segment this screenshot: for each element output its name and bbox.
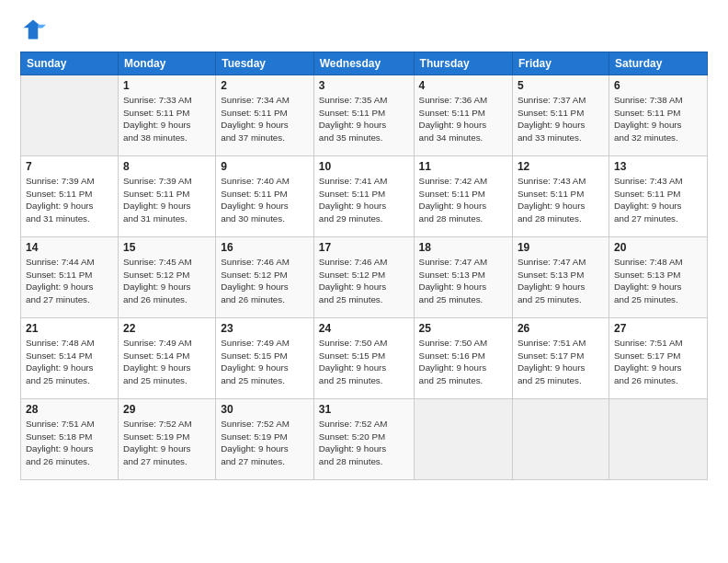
day-number: 19 (518, 241, 604, 254)
day-info: Sunrise: 7:40 AM Sunset: 5:11 PM Dayligh… (221, 175, 309, 225)
day-number: 23 (221, 322, 309, 335)
day-info: Sunrise: 7:42 AM Sunset: 5:11 PM Dayligh… (419, 175, 507, 225)
day-info: Sunrise: 7:39 AM Sunset: 5:11 PM Dayligh… (26, 175, 113, 225)
day-number: 3 (319, 79, 409, 92)
day-info: Sunrise: 7:52 AM Sunset: 5:19 PM Dayligh… (221, 418, 309, 468)
day-info: Sunrise: 7:51 AM Sunset: 5:17 PM Dayligh… (614, 337, 702, 387)
day-number: 29 (123, 403, 210, 416)
calendar-cell: 31Sunrise: 7:52 AM Sunset: 5:20 PM Dayli… (313, 399, 414, 480)
day-info: Sunrise: 7:46 AM Sunset: 5:12 PM Dayligh… (221, 256, 309, 306)
calendar-week-1: 1Sunrise: 7:33 AM Sunset: 5:11 PM Daylig… (21, 75, 708, 156)
day-info: Sunrise: 7:47 AM Sunset: 5:13 PM Dayligh… (419, 256, 507, 306)
day-number: 12 (518, 160, 604, 173)
day-number: 25 (419, 322, 507, 335)
calendar-cell: 16Sunrise: 7:46 AM Sunset: 5:12 PM Dayli… (216, 237, 314, 318)
calendar-cell: 3Sunrise: 7:35 AM Sunset: 5:11 PM Daylig… (313, 75, 414, 156)
calendar-cell (21, 75, 119, 156)
calendar-table: SundayMondayTuesdayWednesdayThursdayFrid… (20, 52, 708, 480)
calendar-cell: 17Sunrise: 7:46 AM Sunset: 5:12 PM Dayli… (313, 237, 414, 318)
day-number: 2 (221, 79, 309, 92)
day-number: 22 (123, 322, 210, 335)
calendar-cell: 24Sunrise: 7:50 AM Sunset: 5:15 PM Dayli… (313, 318, 414, 399)
day-info: Sunrise: 7:46 AM Sunset: 5:12 PM Dayligh… (319, 256, 409, 306)
calendar-cell: 12Sunrise: 7:43 AM Sunset: 5:11 PM Dayli… (512, 156, 609, 237)
calendar-cell: 30Sunrise: 7:52 AM Sunset: 5:19 PM Dayli… (216, 399, 314, 480)
day-number: 21 (26, 322, 113, 335)
logo (20, 17, 50, 42)
day-info: Sunrise: 7:48 AM Sunset: 5:14 PM Dayligh… (26, 337, 113, 387)
day-info: Sunrise: 7:39 AM Sunset: 5:11 PM Dayligh… (123, 175, 210, 225)
calendar-cell: 21Sunrise: 7:48 AM Sunset: 5:14 PM Dayli… (21, 318, 119, 399)
day-info: Sunrise: 7:51 AM Sunset: 5:17 PM Dayligh… (518, 337, 604, 387)
day-number: 20 (614, 241, 702, 254)
day-info: Sunrise: 7:33 AM Sunset: 5:11 PM Dayligh… (123, 94, 210, 144)
day-info: Sunrise: 7:49 AM Sunset: 5:14 PM Dayligh… (123, 337, 210, 387)
calendar-cell: 1Sunrise: 7:33 AM Sunset: 5:11 PM Daylig… (118, 75, 215, 156)
calendar-cell: 8Sunrise: 7:39 AM Sunset: 5:11 PM Daylig… (118, 156, 215, 237)
day-info: Sunrise: 7:50 AM Sunset: 5:16 PM Dayligh… (419, 337, 507, 387)
day-info: Sunrise: 7:52 AM Sunset: 5:19 PM Dayligh… (123, 418, 210, 468)
weekday-header-monday: Monday (118, 52, 215, 75)
day-number: 27 (614, 322, 702, 335)
calendar-cell: 25Sunrise: 7:50 AM Sunset: 5:16 PM Dayli… (414, 318, 512, 399)
day-number: 30 (221, 403, 309, 416)
day-info: Sunrise: 7:51 AM Sunset: 5:18 PM Dayligh… (26, 418, 113, 468)
day-number: 28 (26, 403, 113, 416)
day-info: Sunrise: 7:47 AM Sunset: 5:13 PM Dayligh… (518, 256, 604, 306)
calendar-cell: 11Sunrise: 7:42 AM Sunset: 5:11 PM Dayli… (414, 156, 512, 237)
calendar-cell: 9Sunrise: 7:40 AM Sunset: 5:11 PM Daylig… (216, 156, 314, 237)
day-number: 4 (419, 79, 507, 92)
day-number: 6 (614, 79, 702, 92)
svg-marker-1 (38, 25, 46, 29)
day-info: Sunrise: 7:43 AM Sunset: 5:11 PM Dayligh… (518, 175, 604, 225)
weekday-header-saturday: Saturday (609, 52, 707, 75)
calendar-cell: 28Sunrise: 7:51 AM Sunset: 5:18 PM Dayli… (21, 399, 119, 480)
day-info: Sunrise: 7:49 AM Sunset: 5:15 PM Dayligh… (221, 337, 309, 387)
calendar-cell: 10Sunrise: 7:41 AM Sunset: 5:11 PM Dayli… (313, 156, 414, 237)
day-info: Sunrise: 7:45 AM Sunset: 5:12 PM Dayligh… (123, 256, 210, 306)
day-info: Sunrise: 7:44 AM Sunset: 5:11 PM Dayligh… (26, 256, 113, 306)
calendar-cell (512, 399, 609, 480)
weekday-header-friday: Friday (512, 52, 609, 75)
calendar-header: SundayMondayTuesdayWednesdayThursdayFrid… (21, 52, 708, 75)
calendar-cell: 4Sunrise: 7:36 AM Sunset: 5:11 PM Daylig… (414, 75, 512, 156)
calendar-cell: 2Sunrise: 7:34 AM Sunset: 5:11 PM Daylig… (216, 75, 314, 156)
calendar-cell: 14Sunrise: 7:44 AM Sunset: 5:11 PM Dayli… (21, 237, 119, 318)
day-number: 7 (26, 160, 113, 173)
weekday-header-thursday: Thursday (414, 52, 512, 75)
day-number: 15 (123, 241, 210, 254)
day-number: 31 (319, 403, 409, 416)
day-number: 14 (26, 241, 113, 254)
weekday-header-sunday: Sunday (21, 52, 119, 75)
day-info: Sunrise: 7:36 AM Sunset: 5:11 PM Dayligh… (419, 94, 507, 144)
calendar-week-5: 28Sunrise: 7:51 AM Sunset: 5:18 PM Dayli… (21, 399, 708, 480)
calendar-cell: 19Sunrise: 7:47 AM Sunset: 5:13 PM Dayli… (512, 237, 609, 318)
day-number: 11 (419, 160, 507, 173)
calendar-week-3: 14Sunrise: 7:44 AM Sunset: 5:11 PM Dayli… (21, 237, 708, 318)
calendar-body: 1Sunrise: 7:33 AM Sunset: 5:11 PM Daylig… (21, 75, 708, 480)
header (20, 17, 708, 42)
calendar-cell: 29Sunrise: 7:52 AM Sunset: 5:19 PM Dayli… (118, 399, 215, 480)
calendar-cell (414, 399, 512, 480)
day-number: 24 (319, 322, 409, 335)
day-number: 8 (123, 160, 210, 173)
logo-icon (20, 17, 46, 42)
day-number: 5 (518, 79, 604, 92)
svg-marker-0 (24, 20, 43, 40)
day-number: 9 (221, 160, 309, 173)
day-number: 18 (419, 241, 507, 254)
day-info: Sunrise: 7:50 AM Sunset: 5:15 PM Dayligh… (319, 337, 409, 387)
day-number: 1 (123, 79, 210, 92)
day-info: Sunrise: 7:34 AM Sunset: 5:11 PM Dayligh… (221, 94, 309, 144)
day-info: Sunrise: 7:43 AM Sunset: 5:11 PM Dayligh… (614, 175, 702, 225)
day-number: 26 (518, 322, 604, 335)
day-number: 16 (221, 241, 309, 254)
calendar-cell: 18Sunrise: 7:47 AM Sunset: 5:13 PM Dayli… (414, 237, 512, 318)
calendar-week-4: 21Sunrise: 7:48 AM Sunset: 5:14 PM Dayli… (21, 318, 708, 399)
calendar-cell: 27Sunrise: 7:51 AM Sunset: 5:17 PM Dayli… (609, 318, 707, 399)
calendar-cell: 5Sunrise: 7:37 AM Sunset: 5:11 PM Daylig… (512, 75, 609, 156)
calendar-cell: 13Sunrise: 7:43 AM Sunset: 5:11 PM Dayli… (609, 156, 707, 237)
day-info: Sunrise: 7:52 AM Sunset: 5:20 PM Dayligh… (319, 418, 409, 468)
calendar-cell: 22Sunrise: 7:49 AM Sunset: 5:14 PM Dayli… (118, 318, 215, 399)
calendar-cell: 20Sunrise: 7:48 AM Sunset: 5:13 PM Dayli… (609, 237, 707, 318)
